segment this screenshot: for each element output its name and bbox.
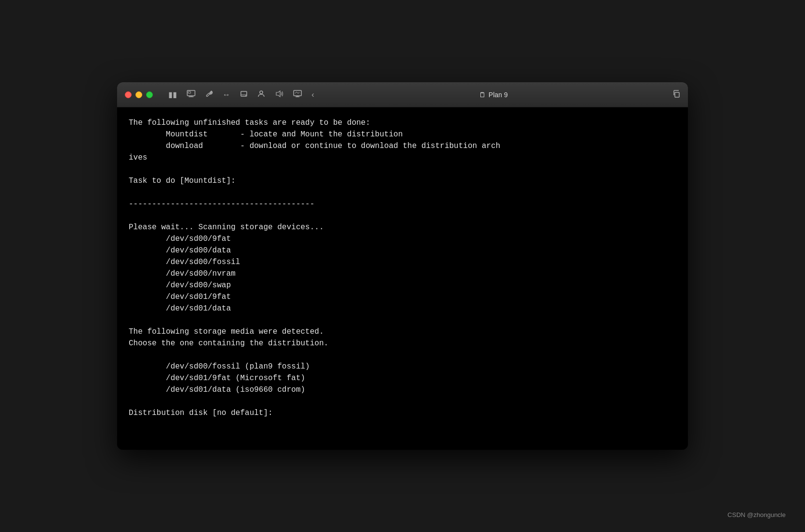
volume-icon[interactable] (275, 90, 283, 100)
terminal-window: ▮▮ ↔ (117, 82, 688, 450)
minimize-button[interactable] (135, 91, 142, 98)
pause-icon[interactable]: ▮▮ (168, 90, 177, 99)
svg-rect-3 (188, 91, 191, 93)
toolbar-icons: ▮▮ ↔ (168, 90, 314, 100)
copy-icon[interactable] (672, 90, 680, 100)
watermark: CSDN @zhonguncle (728, 511, 786, 518)
back-icon[interactable]: ‹ (312, 90, 314, 99)
title-icon: 🗒 (479, 91, 486, 99)
person-icon[interactable] (257, 90, 265, 100)
close-button[interactable] (125, 91, 132, 98)
screen-icon[interactable] (187, 90, 195, 100)
maximize-button[interactable] (146, 91, 153, 98)
svg-point-6 (245, 95, 246, 96)
window-title: 🗒 Plan 9 (479, 91, 508, 99)
svg-marker-8 (276, 91, 280, 97)
wrench-icon[interactable] (205, 90, 213, 100)
monitor-icon[interactable] (293, 90, 302, 100)
traffic-lights (125, 91, 153, 98)
titlebar-center: 🗒 Plan 9 (318, 91, 669, 99)
drive-icon[interactable] (240, 90, 248, 100)
titlebar: ▮▮ ↔ (117, 82, 688, 107)
terminal-output[interactable]: The following unfinished tasks are ready… (117, 107, 688, 450)
titlebar-right (672, 90, 680, 100)
svg-point-7 (260, 91, 263, 94)
svg-rect-12 (675, 92, 679, 97)
arrows-icon[interactable]: ↔ (223, 90, 230, 99)
terminal-text: The following unfinished tasks are ready… (129, 117, 676, 419)
